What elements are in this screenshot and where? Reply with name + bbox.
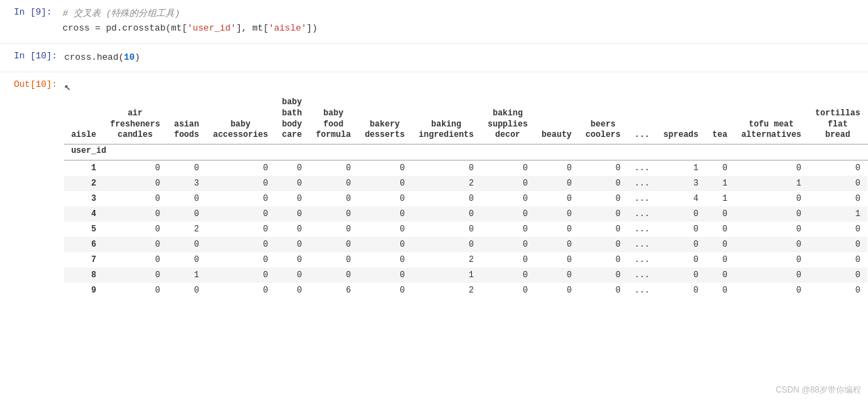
th-beauty: beauty <box>534 94 578 144</box>
cell-value: 0 <box>275 176 309 191</box>
cell-value: 0 <box>534 222 578 237</box>
cell-value: 0 <box>206 222 275 237</box>
th-beers-coolers: beerscoolers <box>579 94 628 144</box>
table-row: 70000002000...0000 <box>64 252 868 268</box>
th-baby-bath: babybathbodycare <box>275 94 309 144</box>
cell-value: ... <box>628 237 657 252</box>
cell-value: 0 <box>735 237 808 252</box>
th-baking-supplies: bakingsuppliesdecor <box>481 94 535 144</box>
cell-value: 0 <box>275 283 309 298</box>
cell-value: 0 <box>358 268 412 283</box>
cursor-icon: ↖ <box>64 80 71 94</box>
cell-value: 0 <box>705 222 735 237</box>
cell-value: 0 <box>705 268 735 283</box>
code-crosstab: cross = pd.crosstab(mt['user_id'], mt['a… <box>63 22 868 36</box>
cell-value: 0 <box>309 176 358 191</box>
th-tea: tea <box>705 94 735 144</box>
cell-value: ... <box>628 206 657 222</box>
cell-value: 0 <box>808 283 867 298</box>
watermark: CSDN @88岁带你编程 <box>776 384 861 396</box>
cell-value: ... <box>628 160 657 176</box>
th-aisle: aisle <box>64 94 103 144</box>
cell-value: ... <box>628 268 657 283</box>
cell-value: 0 <box>358 237 412 252</box>
cell-value: 0 <box>735 283 808 298</box>
cell-value: 0 <box>808 268 867 283</box>
cell-value: 0 <box>808 222 867 237</box>
cell-value: 0 <box>481 176 535 191</box>
cell-value: 0 <box>206 191 275 206</box>
th-bakery-desserts: bakerydesserts <box>358 94 412 144</box>
cell-value: 0 <box>534 206 578 222</box>
cell-value: 1 <box>167 268 206 283</box>
cell-value: ... <box>628 176 657 191</box>
cell-value: 0 <box>534 237 578 252</box>
cell-value: 0 <box>481 237 535 252</box>
cell-value: 0 <box>167 252 206 268</box>
cell-value: 0 <box>167 283 206 298</box>
cell-value: 0 <box>103 283 167 298</box>
cell-value: 3 <box>167 176 206 191</box>
row-index: 3 <box>64 191 103 206</box>
cell-value: 0 <box>579 222 628 237</box>
cell-value: 0 <box>534 160 578 176</box>
cell-value: 0 <box>309 191 358 206</box>
row-index: 8 <box>64 268 103 283</box>
cell-value: 0 <box>309 222 358 237</box>
code-text-1: cross = pd.crosstab(mt[ <box>63 23 187 33</box>
cell-code-10: cross.head(10) <box>64 48 868 68</box>
cell-value: 0 <box>657 206 705 222</box>
cell-value: 1 <box>412 268 481 283</box>
cell-value: 0 <box>309 268 358 283</box>
cell-in-10: In [10]: cross.head(10) <box>0 44 868 73</box>
cell-value: 0 <box>206 206 275 222</box>
cell-value: 0 <box>275 268 309 283</box>
table-row: 30000000000...4100 <box>64 191 868 206</box>
cell-value: 0 <box>534 176 578 191</box>
cell-value: 0 <box>103 222 167 237</box>
th-tofu-meat: tofu meatalternatives <box>735 94 808 144</box>
row-index: 6 <box>64 237 103 252</box>
code-head-close: ) <box>135 52 140 63</box>
head-number: 10 <box>124 52 135 63</box>
cell-value: 0 <box>735 160 808 176</box>
code-text-2: ], mt[ <box>236 23 269 33</box>
cell-value: 0 <box>579 237 628 252</box>
cell-value: 0 <box>103 237 167 252</box>
th-air-fresheners: airfreshenerscandles <box>103 94 167 144</box>
cell-value: 0 <box>481 191 535 206</box>
cell-value: ... <box>628 283 657 298</box>
cell-value: 0 <box>705 252 735 268</box>
string-aisle: 'aisle' <box>268 23 306 33</box>
cell-value: 0 <box>167 237 206 252</box>
cell-value: 0 <box>735 252 808 268</box>
th-baking-ingredients: bakingingredients <box>412 94 481 144</box>
cell-value: 0 <box>579 176 628 191</box>
cell-value: 0 <box>103 176 167 191</box>
cell-value: 1 <box>808 206 867 222</box>
th-asian-foods: asianfoods <box>167 94 206 144</box>
cell-value: 0 <box>808 176 867 191</box>
cell-value: 0 <box>735 191 808 206</box>
cell-value: 0 <box>481 160 535 176</box>
dataframe-wrapper[interactable]: aisle airfreshenerscandles asianfoods ba… <box>64 92 868 300</box>
cell-value: 0 <box>167 206 206 222</box>
row-index: 2 <box>64 176 103 191</box>
cell-value: 0 <box>167 160 206 176</box>
cell-value: 0 <box>705 206 735 222</box>
cell-value: 0 <box>275 222 309 237</box>
cell-value: 0 <box>481 222 535 237</box>
table-row: 60000000000...0000 <box>64 237 868 252</box>
cell-value: 0 <box>103 191 167 206</box>
cell-value: 0 <box>579 252 628 268</box>
cell-value: 0 <box>579 268 628 283</box>
cell-value: 0 <box>808 252 867 268</box>
cell-value: 2 <box>412 283 481 298</box>
cell-value: 0 <box>275 237 309 252</box>
cell-value: 0 <box>412 222 481 237</box>
cell-value: 0 <box>579 283 628 298</box>
th-tortillas: tortillasflatbread <box>808 94 867 144</box>
cell-value: 1 <box>705 176 735 191</box>
cell-value: 2 <box>412 176 481 191</box>
cell-label-in-9: In [9]: <box>0 4 63 20</box>
